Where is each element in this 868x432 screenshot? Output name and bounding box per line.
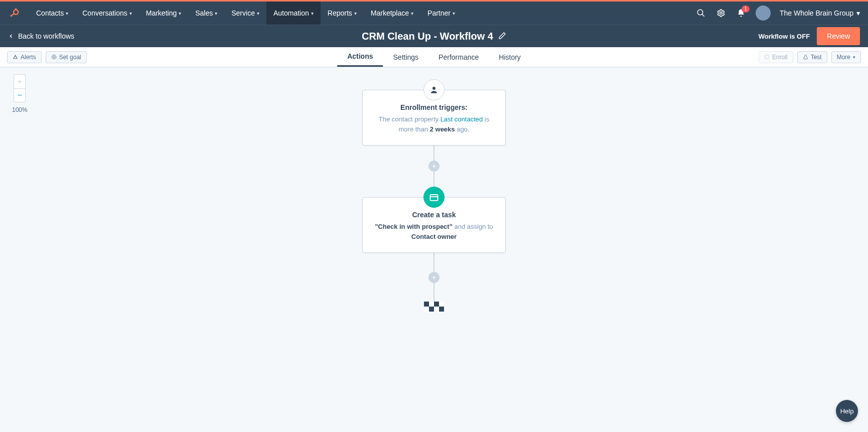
task-card-title: Create a task	[373, 211, 495, 219]
nav-conversations[interactable]: Conversations▾	[75, 2, 139, 25]
zoom-out-button[interactable]: −	[14, 88, 26, 102]
workflow-header: Back to workflows CRM Clean Up - Workflo…	[0, 25, 868, 47]
nav-label: Reports	[328, 9, 352, 17]
chevron-down-icon: ▾	[453, 11, 455, 16]
tabs-left: Alerts Set goal	[7, 51, 87, 63]
svg-line-5	[702, 14, 704, 17]
svg-point-6	[720, 12, 722, 15]
workflow-canvas[interactable]: + − 100% Enrollment triggers: The contac…	[0, 67, 868, 432]
review-button[interactable]: Review	[817, 27, 860, 45]
chevron-down-icon: ▾	[853, 55, 855, 60]
svg-point-7	[52, 55, 56, 59]
enrollment-trigger-body: The contact property Last contacted is m…	[373, 114, 495, 134]
nav-label: Sales	[195, 9, 213, 17]
nav-label: Service	[231, 9, 255, 17]
task-name: "Check in with prospect"	[375, 223, 453, 230]
chevron-down-icon: ▾	[856, 9, 860, 17]
alerts-button[interactable]: Alerts	[7, 51, 42, 63]
tab-history[interactable]: History	[489, 47, 531, 67]
chevron-down-icon: ▾	[129, 11, 132, 16]
zoom-level: 100%	[12, 106, 28, 113]
svg-point-8	[53, 56, 55, 58]
tab-settings[interactable]: Settings	[383, 47, 429, 67]
nav-items: Contacts▾ Conversations▾ Marketing▾ Sale…	[29, 2, 462, 25]
connector-line	[433, 253, 435, 272]
notification-badge: 1	[742, 6, 750, 13]
nav-sales[interactable]: Sales▾	[188, 2, 224, 25]
nav-label: Conversations	[82, 9, 127, 17]
zoom-in-button[interactable]: +	[14, 74, 26, 88]
set-goal-button[interactable]: Set goal	[46, 51, 87, 63]
svg-line-2	[12, 14, 15, 16]
hubspot-logo-icon[interactable]	[8, 7, 20, 19]
add-action-button[interactable]: +	[428, 161, 440, 172]
set-goal-label: Set goal	[59, 54, 81, 61]
chevron-down-icon: ▾	[411, 11, 413, 16]
nav-marketplace[interactable]: Marketplace▾	[364, 2, 420, 25]
subheader-right: Workflow is OFF Review	[759, 27, 860, 45]
connector-line	[433, 146, 435, 161]
svg-rect-11	[430, 195, 438, 201]
nav-label: Automation	[273, 9, 309, 17]
trigger-prefix: The contact property	[379, 115, 441, 123]
nav-service[interactable]: Service▾	[224, 2, 266, 25]
nav-reports[interactable]: Reports▾	[321, 2, 364, 25]
workflow-end-marker	[424, 302, 444, 312]
workflow-title-wrap: CRM Clean Up - Workflow 4	[362, 31, 506, 42]
nav-label: Contacts	[36, 9, 64, 17]
connector-line	[433, 172, 435, 187]
svg-rect-9	[765, 55, 769, 59]
nav-right: 1 The Whole Brain Group ▾	[695, 6, 860, 21]
account-name-label: The Whole Brain Group	[780, 9, 853, 17]
test-button[interactable]: Test	[797, 51, 827, 63]
zoom-controls: + − 100%	[12, 74, 28, 113]
help-label: Help	[840, 407, 854, 415]
tabs-right: Enroll Test More ▾	[759, 51, 861, 63]
tabs-bar: Alerts Set goal Actions Settings Perform…	[0, 47, 868, 67]
account-menu[interactable]: The Whole Brain Group ▾	[780, 9, 860, 17]
task-card-body: "Check in with prospect" and assign to C…	[373, 222, 495, 241]
workflow-flow: Enrollment triggers: The contact propert…	[362, 79, 506, 312]
chevron-down-icon: ▾	[354, 11, 357, 16]
avatar[interactable]	[756, 6, 771, 21]
nav-label: Partner	[427, 9, 451, 17]
tab-performance[interactable]: Performance	[428, 47, 489, 67]
tabs-center: Actions Settings Performance History	[337, 47, 531, 67]
task-assignee: Contact owner	[411, 233, 457, 240]
nav-automation[interactable]: Automation▾	[266, 2, 321, 25]
person-icon[interactable]	[423, 79, 445, 100]
help-button[interactable]: Help	[836, 400, 858, 422]
svg-point-10	[432, 87, 436, 90]
test-label: Test	[811, 54, 822, 61]
svg-point-4	[697, 10, 703, 15]
chevron-down-icon: ▾	[311, 11, 314, 16]
chevron-down-icon: ▾	[257, 11, 259, 16]
chevron-down-icon: ▾	[179, 11, 181, 16]
nav-marketing[interactable]: Marketing▾	[139, 2, 188, 25]
task-mid: and assign to	[453, 223, 493, 230]
workflow-title: CRM Clean Up - Workflow 4	[362, 31, 493, 42]
back-to-workflows-link[interactable]: Back to workflows	[8, 32, 74, 40]
alerts-label: Alerts	[21, 54, 36, 61]
nav-label: Marketing	[146, 9, 177, 17]
tab-actions[interactable]: Actions	[337, 47, 383, 67]
more-label: More	[837, 54, 850, 61]
add-action-button[interactable]: +	[428, 272, 440, 283]
task-icon[interactable]	[423, 187, 445, 208]
more-button[interactable]: More ▾	[831, 51, 861, 63]
nav-contacts[interactable]: Contacts▾	[29, 2, 75, 25]
enrollment-trigger-title: Enrollment triggers:	[373, 103, 495, 111]
top-nav: Contacts▾ Conversations▾ Marketing▾ Sale…	[0, 2, 868, 25]
pencil-icon[interactable]	[498, 32, 506, 41]
enroll-button: Enroll	[759, 51, 793, 63]
gear-icon[interactable]	[715, 8, 727, 19]
chevron-down-icon: ▾	[66, 11, 68, 16]
back-label: Back to workflows	[18, 32, 74, 40]
workflow-status: Workflow is OFF	[759, 33, 810, 40]
search-icon[interactable]	[695, 8, 706, 19]
trigger-property: Last contacted	[441, 115, 483, 123]
nav-partner[interactable]: Partner▾	[420, 2, 462, 25]
nav-label: Marketplace	[371, 9, 409, 17]
trigger-value: 2 weeks	[430, 125, 455, 133]
bell-icon[interactable]: 1	[736, 8, 747, 19]
